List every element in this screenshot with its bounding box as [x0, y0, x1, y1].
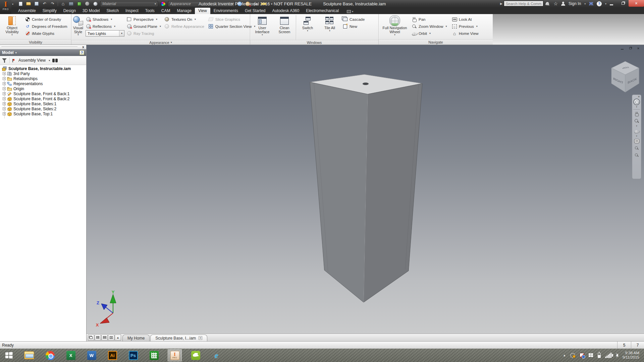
browser-resize-grip[interactable]: x [0, 45, 86, 49]
security-shield-icon[interactable] [580, 353, 584, 358]
tab-3d-model[interactable]: 3D Model [79, 8, 103, 14]
browser-header[interactable]: Model ▾ ? [0, 49, 86, 56]
visual-style-button[interactable]: Visual Style ▾ [73, 15, 84, 36]
network-icon[interactable] [605, 353, 611, 358]
windows-tray-icon[interactable] [589, 353, 593, 357]
communication-center-icon[interactable] [545, 2, 550, 6]
close-button[interactable]: × [629, 0, 644, 7]
help-icon[interactable]: ? [597, 1, 602, 6]
taskbar-word[interactable]: W [85, 349, 99, 361]
center-of-gravity-button[interactable]: Center of Gravity [23, 16, 68, 23]
ground-plane-button[interactable]: Ground Plane ▾ [125, 23, 162, 30]
redo-icon[interactable]: ↷ [50, 1, 56, 6]
tree-node-representations[interactable]: + Representations [1, 81, 86, 86]
tree-node-relationships[interactable]: + Relationships [1, 76, 86, 81]
navbar-zoom-window-icon[interactable] [634, 153, 640, 158]
viewcube[interactable]: TOP RIGHT BACK [610, 60, 641, 94]
navbar-look-at-icon[interactable] [633, 138, 640, 144]
application-menu-caret-icon[interactable]: ▾ [12, 3, 13, 6]
tab-electromechanical[interactable]: Electromechanical [303, 8, 342, 14]
tile-all-button[interactable]: Tile All ▾ [319, 15, 340, 32]
taskbar-file-explorer[interactable] [22, 349, 36, 361]
application-menu-button[interactable]: I PRO [0, 0, 11, 14]
navbar-zoom-all-icon[interactable] [634, 145, 640, 151]
appearance-globe-icon[interactable] [92, 1, 98, 6]
tree-node-part[interactable]: + Sculpture Base, Front & Back:2 [1, 96, 86, 101]
chevron-down-icon[interactable]: ▾ [636, 135, 637, 137]
doc-minimize-icon[interactable] [620, 46, 625, 50]
component-icon[interactable] [76, 1, 82, 6]
filter-icon[interactable] [2, 58, 7, 63]
color-wheel-icon[interactable] [160, 1, 166, 6]
minimize-button[interactable] [606, 0, 617, 7]
quarter-section-view-button[interactable]: Quarter Section View ▾ [207, 23, 257, 30]
shadows-button[interactable]: Shadows ▾ [84, 16, 124, 23]
open-file-icon[interactable] [25, 1, 32, 6]
tab-inspect[interactable]: Inspect [122, 8, 142, 14]
chevron-down-icon[interactable]: ▾ [119, 31, 124, 36]
tree-node-part[interactable]: + Sculpture Base, Sides:2 [1, 106, 86, 111]
render-icon[interactable] [68, 1, 74, 6]
model-sculpture-base[interactable] [87, 45, 644, 334]
tree-node-part[interactable]: + Sculpture Base, Front & Back:1 [1, 91, 86, 96]
cascade-button[interactable]: Cascade [341, 16, 366, 23]
perspective-button[interactable]: Perspective ▾ [125, 16, 162, 23]
clean-screen-button[interactable]: Clean Screen [274, 15, 295, 34]
expand-tabs-icon[interactable]: ▲ [115, 335, 121, 341]
search-binoculars-icon[interactable] [52, 59, 58, 62]
tree-node-3rd-party[interactable]: + 3rd Party [1, 71, 86, 76]
search-input[interactable] [504, 1, 543, 6]
tab-sculpture-base[interactable]: Sculpture Base, I...iam × [150, 335, 207, 341]
chevron-down-icon[interactable]: ▾ [111, 18, 112, 21]
sign-in-dropdown-icon[interactable]: ▾ [584, 2, 586, 5]
browser-help-icon[interactable]: ? [79, 50, 84, 55]
tree-root-node[interactable]: Sculpture Base, Instructable.iam [1, 66, 86, 71]
chevron-down-icon[interactable]: ▾ [476, 25, 478, 28]
previous-view-button[interactable]: ← Previous ▾ [450, 23, 480, 30]
chevron-down-icon[interactable]: ▾ [446, 25, 447, 28]
tab-close-icon[interactable]: × [199, 336, 202, 340]
tab-simplify[interactable]: Simplify [39, 8, 60, 14]
home-view-button[interactable]: ⌂ Home View [450, 30, 480, 37]
sync-tray-icon[interactable] [570, 353, 575, 358]
exchange-apps-icon[interactable]: Ж [589, 1, 593, 6]
tree-node-part[interactable]: + Sculpture Base, Top:1 [1, 111, 86, 116]
full-navigation-wheel-button[interactable]: Full Navigation Wheel ▾ [380, 15, 410, 36]
tree-node-origin[interactable]: + Origin [1, 86, 86, 91]
user-interface-button[interactable]: User Interface ▾ [252, 15, 273, 36]
panel-label-visibility[interactable]: Visibility [0, 39, 71, 45]
doc-close-icon[interactable]: × [636, 46, 641, 50]
panel-label-windows[interactable]: Windows [250, 40, 378, 45]
taskbar-cloud-app[interactable] [189, 349, 203, 361]
taskbar-calculator[interactable] [147, 349, 161, 361]
volume-icon[interactable] [616, 354, 618, 357]
doc-restore-icon[interactable] [628, 46, 633, 50]
tab-tools[interactable]: Tools [142, 8, 158, 14]
material-combobox[interactable]: Material ▾ [100, 1, 158, 7]
imate-glyphs-button[interactable]: iMate Glyphs [23, 30, 68, 37]
tab-my-home[interactable]: My Home [122, 335, 150, 341]
taskbar-internet-explorer[interactable]: e [209, 349, 223, 361]
chevron-down-icon[interactable]: ▾ [429, 32, 431, 35]
tab-get-started[interactable]: Get Started [241, 8, 269, 14]
navbar-full-navigation-wheel-icon[interactable] [633, 99, 640, 105]
chevron-down-icon[interactable]: ▾ [49, 59, 50, 62]
hidden-icons-arrow[interactable]: ▲ [563, 354, 566, 357]
view-selector[interactable]: Assembly View [18, 58, 46, 63]
undo-icon[interactable]: ↶ [42, 1, 48, 6]
chevron-down-icon[interactable]: ▾ [15, 51, 17, 54]
restore-button[interactable] [617, 0, 629, 7]
chevron-down-icon[interactable]: ▾ [114, 25, 115, 28]
navbar-orbit-icon[interactable] [633, 128, 640, 134]
chevron-down-icon[interactable]: ▾ [195, 18, 196, 21]
tab-sketch[interactable]: Sketch [103, 8, 122, 14]
navbar-pan-icon[interactable] [633, 111, 640, 117]
tab-view[interactable]: View [195, 8, 210, 14]
tab-autodesk-a360[interactable]: Autodesk A360 [269, 8, 303, 14]
save-icon[interactable] [34, 1, 40, 6]
3d-viewport[interactable]: × TOP [87, 45, 644, 334]
orbit-button[interactable]: Orbit ▾ [410, 30, 450, 37]
browser-close-icon[interactable]: x [82, 45, 84, 49]
new-file-icon[interactable] [17, 1, 23, 6]
degrees-of-freedom-button[interactable]: ↺ Degrees of Freedom [23, 23, 68, 30]
